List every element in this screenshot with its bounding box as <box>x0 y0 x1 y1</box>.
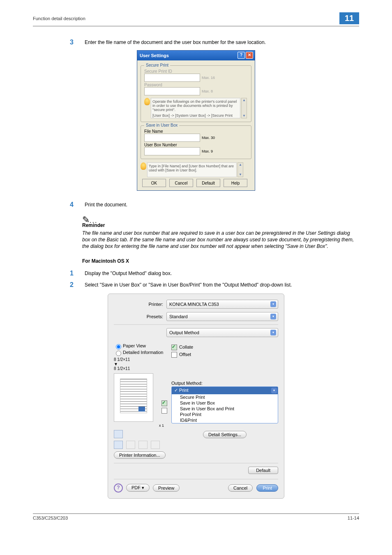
scroll-down-icon[interactable]: ▼ <box>238 173 243 177</box>
help-icon[interactable]: ? <box>114 483 123 493</box>
paper-size-a: 8 1/2×11 <box>114 357 167 362</box>
box-number-input[interactable] <box>144 147 200 155</box>
output-method-label: Output Method: <box>171 381 278 386</box>
lightbulb-icon <box>141 162 146 170</box>
printer-select[interactable]: KONICA MINOLTA C353▾ <box>166 300 278 309</box>
detail-settings-button[interactable]: Detail Settings... <box>203 431 247 438</box>
mac-section-heading: For Macintosh OS X <box>82 258 359 264</box>
password-hint: Max. 8 <box>202 89 213 93</box>
reminder-body: The file name and user box number that a… <box>82 230 359 250</box>
offset-label: Offset <box>179 352 191 357</box>
file-name-hint: Max. 30 <box>202 136 215 140</box>
pdf-button[interactable]: PDF ▾ <box>126 484 150 492</box>
printer-value: KONICA MINOLTA C353 <box>169 302 219 307</box>
user-settings-dialog: User Settings ? ✕ Secure Print Secure Pr… <box>137 50 255 191</box>
detailed-info-radio[interactable] <box>116 351 121 356</box>
page-preview <box>114 373 153 422</box>
dropdown-arrow-icon: ▾ <box>271 388 277 393</box>
reminder-heading: Reminder <box>82 222 359 228</box>
footer-page: 11-14 <box>348 516 359 520</box>
mac-print-button[interactable]: Print <box>256 484 278 492</box>
collate-label: Collate <box>179 345 193 349</box>
dd-item-idprint[interactable]: ID&Print <box>172 417 278 423</box>
file-name-input[interactable] <box>144 134 200 142</box>
presets-label: Presets: <box>114 314 166 319</box>
box-number-label: User Box Number <box>144 143 248 147</box>
mac-step2-text: Select "Save in User Box" or "Save in Us… <box>85 281 292 289</box>
secure-id-hint: Max. 16 <box>202 76 215 80</box>
printer-info-button[interactable]: Printer Information... <box>114 451 166 459</box>
mac-cancel-button[interactable]: Cancel <box>228 484 253 492</box>
help-icon[interactable]: ? <box>238 52 245 59</box>
dd-item-proof[interactable]: Proof Print <box>172 412 278 417</box>
save-box-group: Save in User Box <box>144 123 179 127</box>
password-label: Password <box>144 83 248 87</box>
option-checkbox[interactable] <box>161 408 167 414</box>
ok-button[interactable]: OK <box>142 179 166 187</box>
box-number-hint: Max. 9 <box>202 149 213 153</box>
mac-step1-text: Display the "Output Method" dialog box. <box>85 270 172 277</box>
lightbulb-icon <box>144 98 150 105</box>
step4-text: Print the document. <box>85 201 127 208</box>
printer-label: Printer: <box>114 302 166 307</box>
scroll-up-icon[interactable]: ▲ <box>242 98 247 102</box>
step4-number: 4 <box>70 201 85 208</box>
scroll-down-icon[interactable]: ▼ <box>242 114 247 118</box>
paper-size-b: 8 1/2×11 <box>114 366 167 371</box>
panel-value: Output Method <box>169 330 199 335</box>
dd-item-save[interactable]: Save in User Box <box>172 400 278 406</box>
option-icon <box>126 441 135 449</box>
dd-selected: Print <box>179 388 189 393</box>
default-button[interactable]: Default <box>196 179 220 187</box>
option-checkbox[interactable] <box>161 400 167 406</box>
option-icon <box>151 441 160 449</box>
step3-number: 3 <box>70 39 85 46</box>
layout-icon <box>114 430 123 438</box>
presets-select[interactable]: Standard▾ <box>166 312 278 321</box>
dialog-title: User Settings <box>140 53 169 58</box>
chapter-number: 11 <box>339 12 359 24</box>
save-info-text: Type in [File Name] and [User Box Number… <box>147 162 237 177</box>
mac-step1-number: 1 <box>70 270 85 277</box>
collate-checkbox[interactable] <box>171 345 177 350</box>
secure-id-label: Secure Print ID <box>144 69 248 74</box>
password-input[interactable] <box>144 87 200 95</box>
offset-checkbox[interactable] <box>171 352 177 358</box>
help-button[interactable]: Help <box>224 179 247 187</box>
option-icon <box>114 441 123 449</box>
mac-step2-number: 2 <box>70 281 85 289</box>
dropdown-arrow-icon: ▾ <box>270 314 276 319</box>
footer-model: C353/C253/C203 <box>33 516 68 520</box>
secure-info-text: Operate the followings on the printer's … <box>151 98 240 118</box>
mac-print-dialog: Printer: KONICA MINOLTA C353▾ Presets: S… <box>108 294 284 499</box>
scrollbar[interactable]: ▲ ▼ <box>238 162 243 177</box>
presets-value: Standard <box>169 314 188 319</box>
detailed-info-label: Detailed Information <box>123 349 163 354</box>
panel-select[interactable]: Output Method▾ <box>166 328 278 337</box>
dd-item-save-print[interactable]: Save in User Box and Print <box>172 406 278 412</box>
scroll-up-icon[interactable]: ▲ <box>238 163 243 167</box>
dropdown-arrow-icon: ▾ <box>270 330 276 335</box>
secure-print-group: Secure Print <box>144 63 170 67</box>
dd-item-secure[interactable]: Secure Print <box>172 394 278 400</box>
paper-view-radio[interactable] <box>116 344 121 349</box>
header-title: Function detail description <box>33 16 85 21</box>
file-name-label: File Name <box>144 129 248 134</box>
step3-text: Enter the file name of the document and … <box>85 39 266 46</box>
output-method-dropdown[interactable]: ✓ Print ▾ Secure Print Save in User Box … <box>171 386 278 423</box>
preview-button[interactable]: Preview <box>153 484 180 492</box>
close-icon[interactable]: ✕ <box>246 52 253 59</box>
cancel-button[interactable]: Cancel <box>169 179 193 187</box>
option-icon <box>138 441 148 449</box>
copies-x1: x 1 <box>114 423 164 428</box>
scrollbar[interactable]: ▲ ▼ <box>241 98 247 118</box>
secure-id-input[interactable] <box>144 74 200 82</box>
dropdown-arrow-icon: ▾ <box>270 301 276 307</box>
paper-view-label: Paper View <box>123 343 146 348</box>
mac-default-button[interactable]: Default <box>248 467 278 474</box>
